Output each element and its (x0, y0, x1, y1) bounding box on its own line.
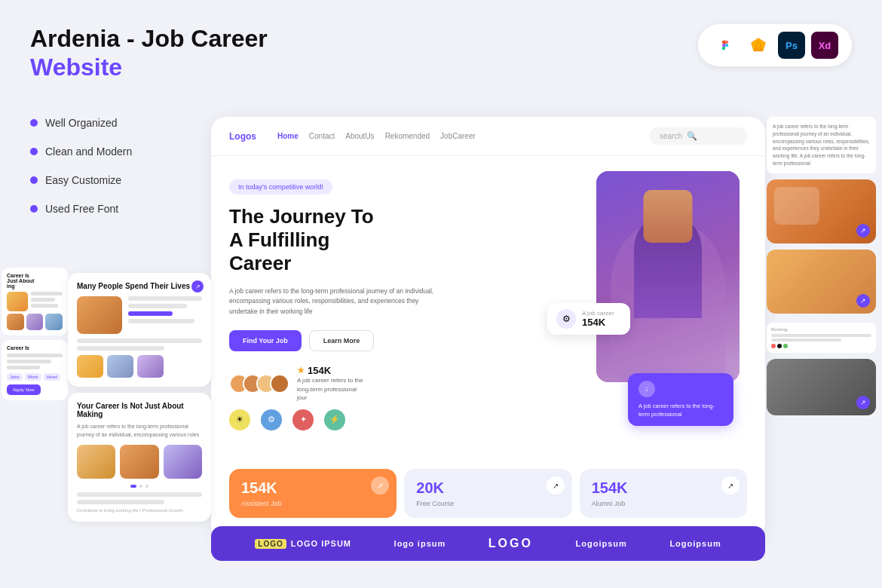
title-block: Ardenia - Job Career Website (30, 24, 268, 82)
stat-label: Free Course (416, 500, 559, 507)
header: Ardenia - Job Career Website Ps (0, 0, 882, 94)
avatar-4 (270, 374, 289, 394)
logo-highlight: LOGO (255, 539, 286, 549)
person-hair (644, 190, 693, 243)
search-icon: 🔍 (687, 131, 697, 141)
nav-search[interactable]: search 🔍 (649, 127, 747, 145)
dots-indicator (77, 485, 202, 488)
thumb-img-sm (45, 314, 63, 330)
thumb-title-2: Your Career Is Not Just About Making (77, 402, 202, 418)
features-list: Well Organized Clean and Modern Easy Cus… (30, 117, 132, 231)
feature-item-2: Clean and Modern (30, 145, 132, 158)
thumb-img-sm (26, 314, 44, 330)
thumb-img-sm (7, 314, 24, 330)
tool-icons-bar: Ps Xd (698, 24, 852, 66)
avatar-group (229, 374, 289, 394)
stat-card-assistant: ↗ 154K Assistent Job (229, 469, 397, 518)
person-bg (596, 171, 740, 382)
right-card-arrow-2[interactable]: ↗ (856, 294, 870, 308)
mini-img-3 (137, 355, 164, 378)
stat-number: 20K (416, 479, 559, 497)
learn-more-button[interactable]: Learn More (309, 330, 375, 351)
nav-link-about[interactable]: AboutUs (345, 132, 374, 140)
sketch-icon[interactable] (745, 32, 772, 59)
thumb-img-row-1 (77, 445, 115, 479)
brand-bar-item-1: LOGO LOGO IPSUM (255, 539, 351, 549)
bullet-dot (30, 205, 38, 213)
left-thumb-2: Career Is Jobs Work Hired Apply Now (2, 340, 68, 400)
stat-label: Alumni Job (592, 500, 735, 507)
thumb-image (7, 292, 28, 311)
brand-bar-item-2: logo ipsum (394, 539, 446, 548)
tag: Jobs (7, 373, 23, 381)
star-icon: ★ (297, 366, 305, 375)
brand-bar-item-5: Logoipsum (669, 539, 721, 548)
brand-logo-2: ⚙ (261, 409, 282, 430)
job-card-icon: ⚙ (556, 309, 576, 329)
bullet-dot (30, 148, 38, 155)
hero-person-image (596, 171, 740, 382)
nav-link-contact[interactable]: Contact (309, 132, 335, 140)
stat-card-course: ↗ 20K Free Course (404, 469, 571, 518)
right-card-arrow[interactable]: ↗ (856, 224, 870, 237)
nav-link-home[interactable]: Home (277, 132, 299, 140)
nav-logo: Logos (229, 131, 256, 142)
xd-icon[interactable]: Xd (811, 32, 838, 59)
thumb-desc-2: A job career refers to the long-term pro… (77, 423, 202, 439)
stats-count: ★ 154K (297, 365, 365, 376)
right-card-person (774, 187, 819, 225)
gear-icon: ⚙ (562, 314, 571, 324)
preview-thumb-1: Many People Spend Their Lives ↗ (68, 273, 211, 387)
right-side-preview: A job career refers to the long-term pro… (767, 117, 876, 415)
left-thumb-title: Career IsJust Abouting (7, 273, 63, 289)
thumb-image-1 (77, 296, 122, 334)
left-thumb-1: Career IsJust Abouting (2, 268, 68, 335)
photoshop-icon[interactable]: Ps (778, 32, 805, 59)
float-card-job: ⚙ A job career 154K (547, 303, 630, 335)
tag: Hired (44, 373, 60, 381)
preview-navbar: Logos Home Contact AboutUs Rekomended Jo… (211, 117, 765, 156)
stats-cards-row: ↗ 154K Assistent Job ↗ 20K Free Course ↗… (211, 460, 765, 527)
right-overlay-text: A job career refers to the long-term pro… (767, 117, 876, 173)
hero-stats-row: ★ 154K A job career refers to the long-t… (229, 365, 566, 402)
right-card-3: ↗ (767, 359, 876, 415)
right-mini-card-1: Booking (767, 323, 876, 353)
feature-item-3: Easy Customize (30, 174, 132, 186)
left-thumb-title: Career Is (7, 345, 63, 351)
right-card-2: ↗ (767, 250, 876, 314)
feature-label: Clean and Modern (45, 145, 132, 158)
stat-card-arrow[interactable]: ↗ (371, 476, 389, 495)
stat-card-arrow[interactable]: ↗ (547, 476, 565, 495)
float-card-label: A job career (582, 310, 614, 317)
thumb-arrow[interactable]: ↗ (191, 280, 204, 292)
thumb-lines (128, 296, 202, 334)
float-desc-icon: ↓ (639, 381, 655, 397)
hero-badge: In today's competitive world! (229, 179, 332, 194)
feature-label: Well Organized (45, 117, 117, 129)
left-preview-cards: Career IsJust Abouting Career Is Jobs Wo… (0, 268, 68, 405)
float-card-desc-text: A job career refers to the long-term pro… (639, 402, 723, 419)
float-card-desc: ↓ A job career refers to the long-term p… (628, 373, 733, 427)
stat-card-arrow[interactable]: ↗ (721, 476, 740, 495)
thumb-footer-text: Contribute to living working life • Prof… (77, 508, 202, 513)
thumb-title-1: Many People Spend Their Lives (77, 282, 202, 290)
right-card-1: ↗ (767, 179, 876, 243)
preview-thumb-2: Your Career Is Not Just About Making A j… (68, 393, 211, 522)
thumb-content-1 (77, 296, 202, 334)
feature-label: Used Free Font (45, 203, 118, 215)
find-job-button[interactable]: Find Your Job (229, 330, 302, 351)
bullet-dot (30, 119, 38, 127)
feature-item-1: Well Organized (30, 117, 132, 129)
mini-img-1 (77, 355, 103, 378)
hero-brand-logos: ☀ ⚙ ✦ ⚡ (229, 409, 566, 430)
right-bottom-cards: Booking (767, 323, 876, 353)
nav-link-rekomended[interactable]: Rekomended (385, 132, 430, 140)
subtitle: Website (30, 53, 268, 81)
right-card-image-1: ↗ (767, 179, 876, 243)
thumb-button[interactable]: Apply Now (7, 384, 41, 395)
figma-icon[interactable] (712, 32, 739, 59)
float-card-content: A job career 154K (582, 310, 614, 328)
nav-link-jobcareer[interactable]: JobCareer (440, 132, 476, 140)
right-card-arrow-3[interactable]: ↗ (856, 396, 870, 409)
stats-text: A job career refers to the long-term pro… (297, 376, 365, 402)
